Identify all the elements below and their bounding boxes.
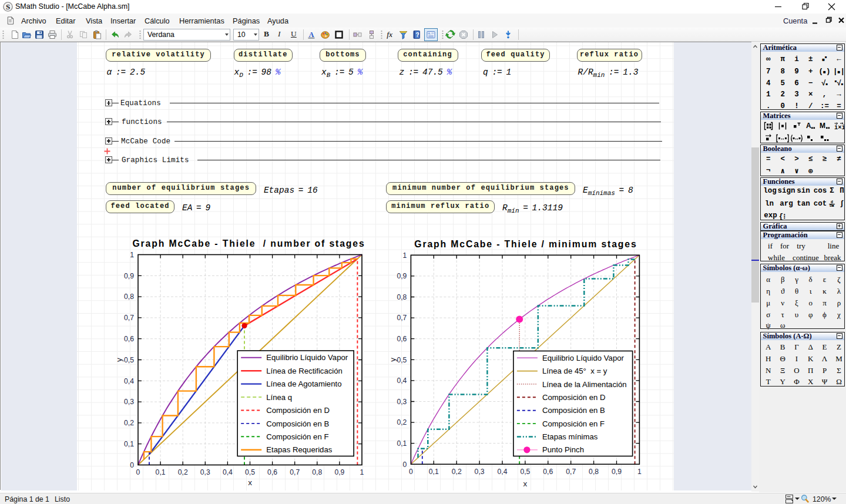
svg-text:0,1: 0,1 (156, 468, 166, 476)
svg-text:Línea de 45° x = y: Línea de 45° x = y (542, 367, 607, 375)
svg-text:Etapas mínimas: Etapas mínimas (542, 432, 598, 441)
svg-text:0,6: 0,6 (397, 335, 407, 343)
svg-text:0,1: 0,1 (124, 440, 134, 448)
svg-text:0,4: 0,4 (397, 377, 407, 385)
svg-text:Composición en D: Composición en D (542, 393, 606, 402)
svg-text:Línea q: Línea q (266, 393, 292, 402)
svg-text:0,5: 0,5 (397, 356, 407, 364)
svg-text:0: 0 (136, 468, 140, 476)
svg-text:0: 0 (130, 461, 134, 469)
svg-text:A: A (309, 31, 314, 39)
svg-text:0,9: 0,9 (124, 272, 134, 280)
svg-text:Etapas Requeridas: Etapas Requeridas (266, 445, 333, 454)
svg-text:0: 0 (403, 461, 407, 469)
svg-text:Composición en D: Composición en D (266, 406, 330, 415)
svg-text:Composición en F: Composición en F (266, 432, 328, 441)
svg-text:0,4: 0,4 (498, 468, 508, 476)
svg-text:0,7: 0,7 (124, 314, 134, 322)
svg-text:y: y (388, 358, 397, 362)
svg-text:Composición en B: Composición en B (542, 406, 605, 415)
svg-text:Composición en F: Composición en F (542, 419, 605, 428)
svg-text:0,3: 0,3 (124, 398, 134, 406)
svg-text:S: S (6, 2, 10, 11)
svg-text:0,1: 0,1 (429, 468, 439, 476)
svg-text:i×i: i×i (834, 124, 844, 131)
svg-text:0,8: 0,8 (312, 468, 322, 476)
svg-text:0,7: 0,7 (397, 314, 407, 322)
svg-text:0,5: 0,5 (520, 468, 530, 476)
svg-text:Línea de la Alimentación: Línea de la Alimentación (542, 380, 627, 389)
svg-text:0,2: 0,2 (397, 418, 407, 426)
svg-text:1: 1 (360, 468, 364, 476)
svg-text:0,2: 0,2 (452, 468, 462, 476)
svg-text:Punto Pinch: Punto Pinch (542, 445, 584, 454)
svg-text:fx: fx (387, 30, 392, 39)
svg-text:0,9: 0,9 (334, 468, 344, 476)
svg-text:Composición en B: Composición en B (266, 419, 329, 428)
svg-text:y: y (115, 358, 123, 362)
svg-text:0,7: 0,7 (566, 468, 576, 476)
svg-text:Línea de Rectificación: Línea de Rectificación (266, 367, 343, 375)
svg-text:0,6: 0,6 (267, 468, 277, 476)
svg-text:1: 1 (403, 251, 407, 260)
svg-text:0,6: 0,6 (124, 335, 134, 343)
svg-text:x: x (248, 478, 252, 487)
svg-text:0,9: 0,9 (612, 468, 622, 476)
svg-text:Línea de Agotamiento: Línea de Agotamiento (266, 379, 341, 388)
svg-text:0,5: 0,5 (245, 468, 255, 476)
svg-text:0,3: 0,3 (475, 468, 485, 476)
svg-text:0,1: 0,1 (397, 439, 407, 448)
svg-text:0,4: 0,4 (223, 468, 233, 476)
svg-text:0,2: 0,2 (178, 468, 188, 476)
svg-text:0,9: 0,9 (397, 272, 407, 280)
svg-text:0,8: 0,8 (124, 293, 134, 301)
svg-text:0,3: 0,3 (397, 398, 407, 406)
svg-text:Graph McCabe - Thiele / numbe: Graph McCabe - Thiele / number of stages (132, 238, 365, 248)
svg-text:Equilibrio Líquido Vapor: Equilibrio Líquido Vapor (542, 354, 625, 362)
svg-text:x: x (523, 479, 528, 488)
svg-text:0,2: 0,2 (124, 419, 134, 427)
svg-text:0: 0 (409, 468, 413, 476)
svg-text:1: 1 (637, 468, 642, 476)
svg-text:M: M (820, 122, 825, 130)
svg-text:Graph McCabe - Thiele / minimu: Graph McCabe - Thiele / minimum stages (414, 239, 637, 249)
svg-text:A: A (806, 122, 811, 130)
svg-text:0,8: 0,8 (397, 293, 407, 301)
svg-text:0,8: 0,8 (589, 468, 599, 476)
svg-text:0,3: 0,3 (200, 468, 210, 476)
svg-text:Equilibrio Líquido Vapor: Equilibrio Líquido Vapor (266, 353, 348, 362)
svg-text:?: ? (415, 32, 419, 38)
svg-text:0,5: 0,5 (124, 356, 134, 364)
svg-text:1: 1 (130, 251, 134, 259)
svg-text:0,7: 0,7 (290, 468, 300, 476)
svg-text:0,6: 0,6 (543, 468, 553, 476)
svg-text:0,4: 0,4 (124, 377, 134, 385)
